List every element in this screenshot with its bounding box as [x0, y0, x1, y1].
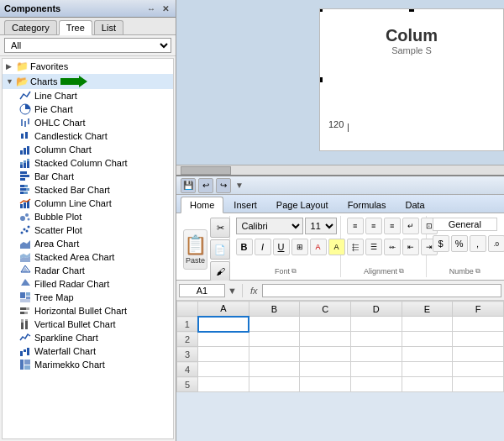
cell-A2[interactable]: [198, 332, 249, 347]
cell-F3[interactable]: [453, 347, 504, 362]
cell-D3[interactable]: [350, 347, 402, 362]
tree-item-line-chart[interactable]: Line Chart: [3, 89, 173, 102]
cell-E5[interactable]: [402, 377, 453, 392]
tree-container[interactable]: ▶ 📁 Favorites ▼ 📂 Charts Line Chart: [2, 58, 174, 439]
font-color-button[interactable]: A: [310, 239, 327, 255]
cell-F1[interactable]: [453, 317, 504, 332]
format-painter-button[interactable]: 🖌: [210, 261, 230, 281]
cell-A4[interactable]: [198, 362, 249, 377]
align-top-center-btn[interactable]: ≡: [365, 218, 382, 234]
cell-C4[interactable]: [300, 362, 351, 377]
tree-item-horizontal-bullet-chart[interactable]: Horizontal Bullet Chart: [3, 304, 173, 318]
tree-item-scatter-plot[interactable]: Scatter Plot: [3, 223, 173, 237]
cut-button[interactable]: ✂: [210, 218, 230, 238]
cell-E2[interactable]: [402, 332, 453, 347]
sheet-grid[interactable]: A B C D E F 12345: [176, 301, 504, 441]
canvas-scrollbar[interactable]: [176, 165, 504, 175]
tree-item-ohlc-chart[interactable]: OHLC Chart: [3, 116, 173, 129]
paste-button[interactable]: 📋 Paste: [183, 229, 207, 270]
tree-item-waterfall-chart[interactable]: Waterfall Chart: [3, 344, 173, 358]
cell-C2[interactable]: [300, 332, 351, 347]
tree-item-candlestick-chart[interactable]: Candlestick Chart: [3, 129, 173, 143]
italic-button[interactable]: I: [255, 239, 271, 255]
align-left-btn[interactable]: ⬱: [347, 239, 364, 255]
font-size-select[interactable]: 11: [305, 218, 337, 234]
border-button[interactable]: ⊞: [291, 239, 308, 255]
tab-data[interactable]: Data: [396, 197, 433, 213]
dec-inc-btn[interactable]: .0: [488, 235, 504, 252]
tree-item-sparkline-chart[interactable]: Sparkline Chart: [3, 331, 173, 344]
wrap-text-btn[interactable]: ↵: [402, 218, 419, 234]
tree-item-radar-chart[interactable]: Radar Chart: [3, 264, 173, 277]
selected-cell-a1[interactable]: [198, 317, 249, 332]
dock-icon[interactable]: ↔: [145, 3, 157, 14]
filter-select[interactable]: All: [4, 38, 171, 53]
close-panel-icon[interactable]: ✕: [160, 3, 171, 14]
tab-home[interactable]: Home: [181, 197, 223, 213]
indent-dec-btn[interactable]: ⇤: [402, 239, 419, 255]
quick-access-arrow[interactable]: ▼: [235, 181, 244, 190]
cell-F2[interactable]: [453, 332, 504, 347]
cell-F5[interactable]: [453, 377, 504, 392]
tab-formulas[interactable]: Formulas: [339, 197, 396, 213]
tree-item-pie-chart[interactable]: Pie Chart: [3, 102, 173, 116]
tree-item-marimekko-chart[interactable]: Marimekko Chart: [3, 358, 173, 371]
dollar-btn[interactable]: $: [433, 235, 449, 252]
tab-category[interactable]: Category: [4, 20, 57, 34]
tab-tree[interactable]: Tree: [59, 20, 92, 35]
tree-item-area-chart[interactable]: Area Chart: [3, 237, 173, 250]
cell-F4[interactable]: [453, 362, 504, 377]
number-format-display[interactable]: General: [433, 218, 497, 231]
underline-button[interactable]: U: [273, 239, 290, 255]
number-expand-icon[interactable]: ⧉: [475, 267, 480, 276]
cell-D4[interactable]: [350, 362, 402, 377]
cell-ref-dropdown[interactable]: ▼: [228, 286, 237, 296]
tab-insert[interactable]: Insert: [224, 197, 266, 213]
cell-E1[interactable]: [402, 317, 453, 332]
tree-item-charts[interactable]: ▼ 📂 Charts: [3, 74, 173, 89]
cell-E4[interactable]: [402, 362, 453, 377]
cell-B1[interactable]: [249, 317, 300, 332]
save-quick-icon[interactable]: 💾: [181, 178, 196, 193]
tree-item-bubble-plot[interactable]: Bubble Plot: [3, 210, 173, 223]
tree-item-bar-chart[interactable]: Bar Chart: [3, 170, 173, 183]
copy-button[interactable]: 📄: [210, 239, 230, 260]
align-center-btn[interactable]: ☰: [365, 239, 382, 255]
tree-item-favorites[interactable]: ▶ 📁 Favorites: [3, 59, 173, 74]
align-expand-icon[interactable]: ⧉: [399, 267, 404, 276]
cell-reference[interactable]: [179, 284, 225, 297]
cell-A5[interactable]: [198, 377, 249, 392]
percent-btn[interactable]: %: [451, 235, 468, 252]
tree-item-column-chart[interactable]: Column Chart: [3, 143, 173, 156]
tree-item-tree-map[interactable]: Tree Map: [3, 291, 173, 304]
cell-D2[interactable]: [350, 332, 402, 347]
bold-button[interactable]: B: [236, 239, 253, 255]
cell-A3[interactable]: [198, 347, 249, 362]
tree-item-stacked-column-chart[interactable]: Stacked Column Chart: [3, 156, 173, 170]
scrollbar-thumb[interactable]: [181, 166, 231, 175]
align-right-btn[interactable]: ⬰: [384, 239, 401, 255]
comma-btn[interactable]: ,: [470, 235, 486, 252]
cell-C3[interactable]: [300, 347, 351, 362]
font-family-select[interactable]: Calibri: [236, 218, 303, 234]
cell-D5[interactable]: [350, 377, 402, 392]
formula-input[interactable]: [262, 284, 501, 297]
align-top-left-btn[interactable]: ≡: [347, 218, 364, 234]
undo-icon[interactable]: ↩: [198, 178, 213, 193]
tree-item-stacked-bar-chart[interactable]: Stacked Bar Chart: [3, 183, 173, 197]
cell-C5[interactable]: [300, 377, 351, 392]
cell-B4[interactable]: [249, 362, 300, 377]
redo-icon[interactable]: ↪: [216, 178, 231, 193]
cell-B3[interactable]: [249, 347, 300, 362]
tree-item-vertical-bullet-chart[interactable]: Vertical Bullet Chart: [3, 318, 173, 331]
tab-page-layout[interactable]: Page Layout: [267, 197, 338, 213]
font-expand-icon[interactable]: ⧉: [291, 267, 297, 276]
tree-item-column-line-chart[interactable]: Column Line Chart: [3, 197, 173, 210]
tree-item-filled-radar-chart[interactable]: Filled Radar Chart: [3, 277, 173, 291]
expand-icon-favorites[interactable]: ▶: [6, 62, 14, 71]
cell-E3[interactable]: [402, 347, 453, 362]
expand-icon-charts[interactable]: ▼: [6, 77, 14, 86]
align-top-right-btn[interactable]: ≡: [384, 218, 401, 234]
cell-D1[interactable]: [350, 317, 402, 332]
cell-C1[interactable]: [300, 317, 351, 332]
